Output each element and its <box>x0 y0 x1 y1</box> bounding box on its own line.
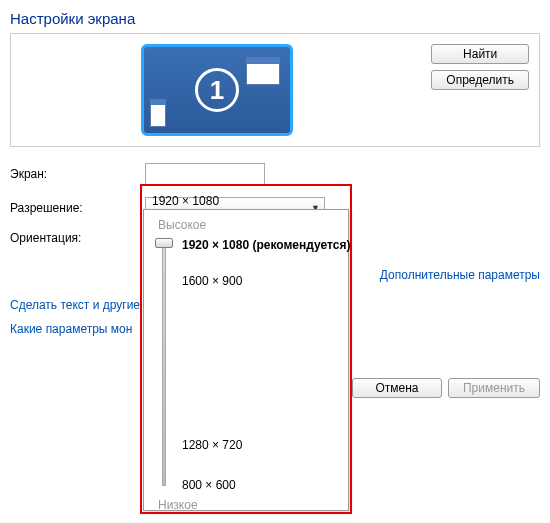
page-title: Настройки экрана <box>10 10 540 27</box>
identify-button[interactable]: Определить <box>431 70 529 90</box>
resolution-option-1920[interactable]: 1920 × 1080 (рекомендуется) <box>182 238 350 252</box>
orientation-label: Ориентация: <box>10 231 145 245</box>
mini-window-icon <box>246 57 280 85</box>
screen-input[interactable] <box>145 163 265 185</box>
monitor-number: 1 <box>195 68 239 112</box>
find-button[interactable]: Найти <box>431 44 529 64</box>
resolution-dropdown: Высокое 1920 × 1080 (рекомендуется) 1600… <box>143 209 349 267</box>
resolution-slider[interactable] <box>154 238 174 267</box>
slider-thumb[interactable] <box>155 238 173 248</box>
screen-label: Экран: <box>10 167 145 181</box>
mini-sidebar-icon <box>150 99 166 127</box>
resolution-label: Разрешение: <box>10 201 145 215</box>
dropdown-high-label: Высокое <box>158 218 338 232</box>
monitor-preview[interactable]: 1 <box>141 44 293 136</box>
monitor-panel: 1 Найти Определить <box>10 33 540 147</box>
